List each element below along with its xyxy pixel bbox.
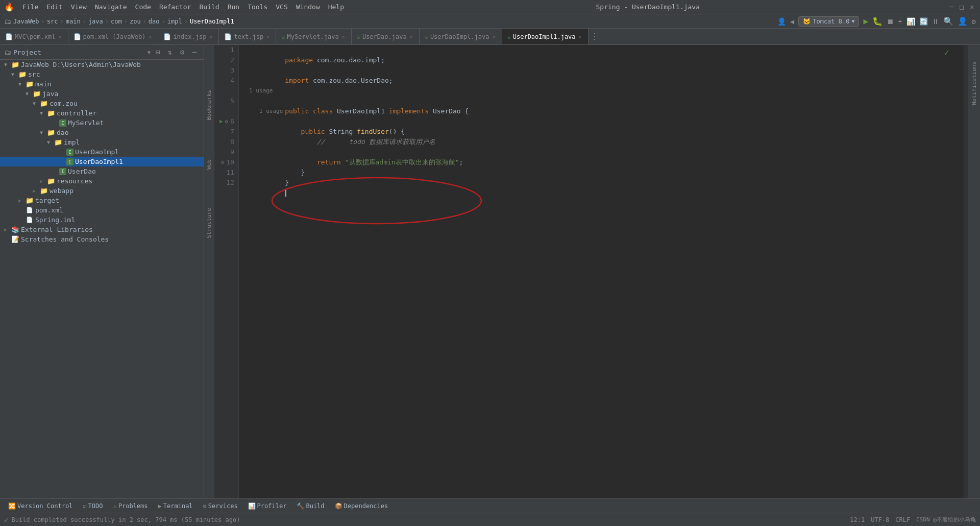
- encoding[interactable]: UTF-8: [871, 516, 889, 523]
- menu-navigate[interactable]: Navigate: [91, 0, 131, 14]
- menu-run[interactable]: Run: [224, 0, 243, 14]
- stop-button[interactable]: ⏹: [887, 17, 894, 26]
- breadcrumb-javaweb[interactable]: JavaWeb: [13, 18, 39, 25]
- user-icon[interactable]: 👤: [958, 16, 968, 26]
- nav-back-icon[interactable]: ◀: [790, 17, 794, 26]
- breadcrumb-main[interactable]: main: [66, 18, 81, 25]
- tree-item-userdaoimpl1[interactable]: C UserDaoImpl1: [0, 157, 204, 166]
- tomcat-button[interactable]: 🐱 Tomcat 8.0 ▼: [798, 16, 859, 27]
- gutter-bookmark-icon[interactable]: ◇: [225, 116, 229, 127]
- tree-item-userdao[interactable]: I UserDao: [0, 166, 204, 176]
- web-label[interactable]: Web: [205, 155, 213, 174]
- bookmarks-label[interactable]: Bookmarks: [205, 86, 213, 125]
- tree-item-springiml[interactable]: 📄 Spring.iml: [0, 215, 204, 225]
- tree-item-impl[interactable]: ▼ 📁 impl: [0, 137, 204, 147]
- tab-mvc-pom[interactable]: 📄 MVC\pom.xml ✕: [0, 29, 68, 45]
- problems-btn[interactable]: ⚠ Problems: [109, 500, 152, 512]
- tree-item-resources[interactable]: ▶ 📁 resources: [0, 176, 204, 186]
- tree-item-scratches[interactable]: 📝 Scratches and Consoles: [0, 234, 204, 244]
- services-btn[interactable]: ⚙ Services: [199, 500, 242, 512]
- cursor-position[interactable]: 12:1: [850, 516, 865, 523]
- menu-refactor[interactable]: Refactor: [155, 0, 195, 14]
- tree-label: Scratches and Consoles: [21, 235, 109, 243]
- scrollbar[interactable]: [964, 45, 968, 498]
- tree-item-comzou[interactable]: ▼ 📁 com.zou: [0, 99, 204, 108]
- pause-button[interactable]: ⏸: [932, 17, 939, 26]
- structure-label[interactable]: Structure: [205, 204, 213, 243]
- menu-view[interactable]: View: [67, 0, 91, 14]
- tree-item-userdaoimpl[interactable]: C UserDaoImpl: [0, 147, 204, 157]
- sidebar-collapse-all-btn[interactable]: ⊟: [153, 47, 163, 57]
- coverage-button[interactable]: ☂: [898, 17, 902, 26]
- tree-item-pomxml[interactable]: 📄 pom.xml: [0, 205, 204, 215]
- menu-window[interactable]: Window: [292, 0, 324, 14]
- debug-button[interactable]: 🐛: [872, 16, 883, 26]
- version-control-btn[interactable]: 🔀 Version Control: [4, 500, 77, 512]
- tree-item-main[interactable]: ▼ 📁 main: [0, 79, 204, 89]
- tab-close-icon[interactable]: ✕: [208, 34, 213, 39]
- breadcrumb-impl[interactable]: impl: [167, 18, 182, 25]
- breadcrumb-com[interactable]: com: [111, 18, 122, 25]
- close-btn[interactable]: ✕: [968, 3, 976, 11]
- sidebar-dropdown-icon[interactable]: ▼: [148, 50, 151, 55]
- tab-close-icon[interactable]: ✕: [148, 34, 153, 39]
- tab-pom-javaweb[interactable]: 📄 pom.xml (JavaWeb) ✕: [68, 29, 159, 45]
- sidebar-sort-btn[interactable]: ⇅: [165, 47, 175, 57]
- gutter-fold-icon[interactable]: ◇: [221, 157, 225, 168]
- tree-item-controller[interactable]: ▼ 📁 controller: [0, 108, 204, 118]
- build-btn[interactable]: 🔨 Build: [292, 500, 328, 512]
- tree-item-java[interactable]: ▼ 📁 java: [0, 89, 204, 99]
- tab-close-icon[interactable]: ✕: [341, 34, 346, 39]
- tab-more-icon[interactable]: ⋮: [591, 32, 599, 41]
- profiler-btn[interactable]: 📊 Profiler: [244, 500, 291, 512]
- tab-userdaoimpl[interactable]: ☕ UserDaoImpl.java ✕: [420, 29, 502, 45]
- dependencies-btn[interactable]: 📦 Dependencies: [331, 500, 393, 512]
- tab-close-icon[interactable]: ✕: [409, 34, 414, 39]
- tree-item-myservlet[interactable]: C MyServlet: [0, 118, 204, 128]
- minimize-btn[interactable]: ─: [948, 3, 956, 11]
- profile-icon[interactable]: 👤: [777, 17, 786, 26]
- tab-text-jsp[interactable]: 📄 text.jsp ✕: [219, 29, 276, 45]
- breadcrumb-dao[interactable]: dao: [149, 18, 160, 25]
- line-separator[interactable]: CRLF: [895, 516, 910, 523]
- menu-tools[interactable]: Tools: [243, 0, 272, 14]
- code-editor[interactable]: package com.zou.dao.impl; import com.zou…: [239, 45, 964, 498]
- tree-item-src[interactable]: ▼ 📁 src: [0, 69, 204, 79]
- tab-index-jsp[interactable]: 📄 index.jsp ✕: [158, 29, 219, 45]
- menu-file[interactable]: File: [18, 0, 42, 14]
- sidebar-settings-btn[interactable]: ⚙: [177, 47, 187, 57]
- tree-label: controller: [57, 109, 96, 117]
- maximize-btn[interactable]: □: [958, 3, 966, 11]
- terminal-btn[interactable]: ▶ Terminal: [154, 500, 197, 512]
- editor-area[interactable]: 1 2 3 4 5 ▶ ◇ 6 7 8 9 ◇ 10 11: [214, 45, 980, 498]
- menu-build[interactable]: Build: [195, 0, 224, 14]
- tab-userdaoimpl1[interactable]: ☕ UserDaoImpl1.java ✕: [502, 29, 589, 45]
- menu-code[interactable]: Code: [131, 0, 155, 14]
- profile-run-button[interactable]: 📊: [906, 17, 915, 26]
- tree-item-external-libraries[interactable]: ▶ 📚 External Libraries: [0, 225, 204, 234]
- tab-close-icon[interactable]: ✕: [265, 34, 271, 39]
- tab-close-icon[interactable]: ✕: [578, 34, 583, 39]
- breadcrumb-java[interactable]: java: [88, 18, 103, 25]
- search-button[interactable]: 🔍: [943, 16, 953, 26]
- settings-icon[interactable]: ⚙: [972, 17, 976, 26]
- tab-userdao[interactable]: ☕ UserDao.java ✕: [352, 29, 420, 45]
- tab-close-icon[interactable]: ✕: [57, 34, 62, 39]
- tree-item-target[interactable]: ▶ 📁 target: [0, 196, 204, 205]
- sidebar-hide-btn[interactable]: ─: [189, 47, 200, 57]
- update-button[interactable]: 🔄: [919, 17, 928, 26]
- tree-item-javaweb[interactable]: ▼ 📁 JavaWeb D:\Users\Admin\JavaWeb: [0, 60, 204, 69]
- gutter-run-icon[interactable]: ▶: [219, 116, 223, 127]
- breadcrumb-src[interactable]: src: [47, 18, 58, 25]
- todo-btn[interactable]: ☑ TODO: [79, 500, 107, 512]
- breadcrumb-zou[interactable]: zou: [130, 18, 141, 25]
- tab-myservlet[interactable]: ☕ MyServlet.java ✕: [276, 29, 351, 45]
- menu-vcs[interactable]: VCS: [272, 0, 291, 14]
- tree-item-webapp[interactable]: ▶ 📁 webapp: [0, 186, 204, 196]
- menu-help[interactable]: Help: [324, 0, 348, 14]
- notifications-tab[interactable]: Notifications: [970, 57, 978, 109]
- menu-edit[interactable]: Edit: [42, 0, 66, 14]
- tree-item-dao[interactable]: ▼ 📁 dao: [0, 128, 204, 137]
- run-button[interactable]: ▶: [863, 16, 868, 26]
- tab-close-icon[interactable]: ✕: [491, 34, 496, 39]
